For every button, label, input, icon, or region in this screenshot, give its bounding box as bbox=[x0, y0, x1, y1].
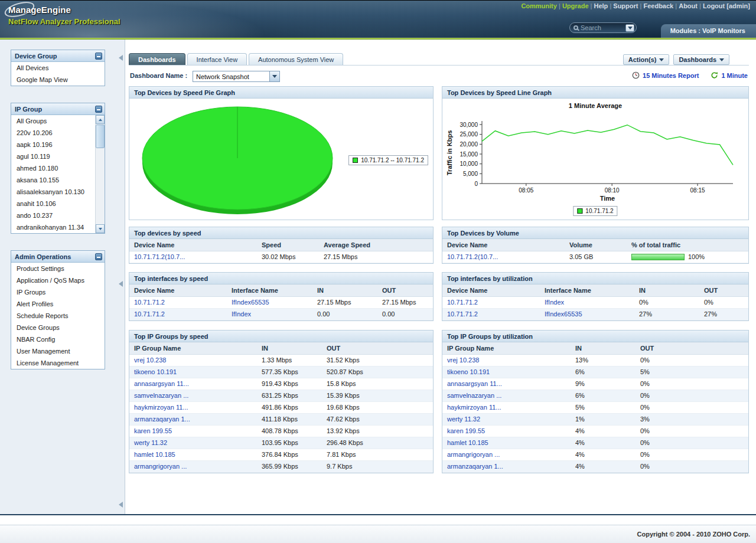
ip-group-scrollbar[interactable] bbox=[95, 115, 105, 233]
actions-button[interactable]: Action(s) bbox=[623, 54, 670, 65]
table-row: 10.71.71.2IfIndex0%0% bbox=[442, 296, 748, 308]
minimize-panel-button[interactable] bbox=[95, 53, 102, 60]
tab-dashboards[interactable]: Dashboards bbox=[129, 53, 185, 66]
search-input[interactable] bbox=[581, 24, 623, 31]
table-cell-link[interactable]: haykmirzoyan 11... bbox=[134, 404, 188, 411]
table-cell-link[interactable]: 10.71.71.2(10.7... bbox=[134, 253, 185, 260]
sidebar-item-ip-group[interactable]: aapk 10.196 bbox=[11, 139, 95, 151]
sidebar-item-admin[interactable]: IP Groups bbox=[11, 286, 105, 298]
device-link[interactable]: 10.71.71.2(10.7... bbox=[447, 253, 498, 260]
feedback-link[interactable]: Feedback bbox=[643, 2, 679, 9]
modules-selector[interactable]: Modules : VoIP Monitors bbox=[661, 24, 756, 38]
scroll-up-button[interactable] bbox=[96, 115, 105, 124]
table-cell-link[interactable]: annasargsyan 11... bbox=[134, 380, 189, 387]
search-scope-dropdown[interactable] bbox=[625, 24, 634, 32]
table-cell-link[interactable]: 10.71.71.2 bbox=[447, 310, 478, 318]
minimize-panel-button[interactable] bbox=[95, 253, 102, 260]
sidebar-item-ip-group[interactable]: agul 10.119 bbox=[11, 151, 95, 162]
table-cell-link[interactable]: 10.71.71.2 bbox=[134, 310, 165, 318]
support-link[interactable]: Support bbox=[613, 2, 643, 9]
sidebar-item-admin[interactable]: Alert Profiles bbox=[11, 298, 105, 310]
select-arrow-button[interactable] bbox=[269, 71, 279, 81]
scrollbar-thumb[interactable] bbox=[96, 125, 105, 148]
tab-interface-view[interactable]: Interface View bbox=[187, 53, 247, 66]
report-links: 15 Minutes Report 1 Minute bbox=[632, 71, 748, 79]
sidebar-item-ip-group[interactable]: 220v 10.206 bbox=[11, 127, 95, 139]
sidebar-item-admin[interactable]: Device Groups bbox=[11, 322, 105, 333]
column-header: IP Group Name bbox=[442, 342, 571, 354]
table-cell-link[interactable]: werty 11.32 bbox=[134, 439, 167, 446]
main-tabs: Dashboards Interface View Autonomous Sys… bbox=[129, 53, 343, 66]
column-header: Average Speed bbox=[319, 239, 433, 251]
panel-title: Top IP Groups by speed bbox=[129, 331, 433, 342]
table-row: vrej 10.2381.33 Mbps31.52 Kbps bbox=[129, 354, 433, 366]
table-row: armangrigoryan ...365.99 Kbps9.7 Kbps bbox=[129, 460, 433, 472]
sidebar-item-admin[interactable]: NBAR Config bbox=[11, 333, 105, 345]
column-header: Device Name bbox=[442, 239, 565, 251]
table-cell-link[interactable]: hamlet 10.185 bbox=[447, 439, 488, 446]
column-header: Interface Name bbox=[227, 284, 312, 296]
pie-legend: 10.71.71.2 -- 10.71.71.2 bbox=[348, 155, 428, 165]
column-header: OUT bbox=[377, 284, 433, 296]
collapse-sidebar-arrow[interactable] bbox=[119, 502, 123, 508]
tab-autonomous-system-view[interactable]: Autonomous System View bbox=[249, 53, 343, 66]
sidebar-item-ip-group[interactable]: aksana 10.155 bbox=[11, 174, 95, 186]
table-cell-link[interactable]: samvelnazaryan ... bbox=[134, 392, 188, 399]
table-cell-link[interactable]: armanzaqaryan 1... bbox=[447, 463, 503, 470]
sidebar-item-device-group[interactable]: Google Map View bbox=[11, 74, 105, 86]
sidebar-item-admin[interactable]: Application / QoS Maps bbox=[11, 274, 105, 286]
table-cell-link[interactable]: 10.71.71.2 bbox=[134, 299, 165, 306]
table-cell-link[interactable]: IfIndex bbox=[545, 299, 564, 306]
selected-dashboard: Network Snapshot bbox=[193, 73, 269, 80]
collapse-sidebar-arrow[interactable] bbox=[119, 55, 123, 61]
table-cell-link[interactable]: IfIndex65535 bbox=[232, 299, 269, 306]
panel-title: Top interfaces by speed bbox=[129, 273, 433, 284]
collapse-sidebar-arrow[interactable] bbox=[119, 281, 123, 287]
table-cell-link[interactable]: tikoeno 10.191 bbox=[447, 368, 490, 375]
sidebar-item-admin[interactable]: License Management bbox=[11, 357, 105, 369]
fifteen-minutes-report-link[interactable]: 15 Minutes Report bbox=[643, 72, 699, 79]
panel-title: Top devices by speed bbox=[129, 227, 433, 239]
community-link[interactable]: Community bbox=[521, 2, 562, 9]
table-cell-link[interactable]: armanzaqaryan 1... bbox=[134, 416, 190, 423]
table-cell-link[interactable]: IfIndex bbox=[232, 310, 251, 318]
sidebar-item-device-group[interactable]: All Devices bbox=[11, 62, 105, 74]
top-devices-speed-panel: Top devices by speed Device Name Speed A… bbox=[129, 227, 434, 264]
sidebar-item-ip-group[interactable]: alisaaleksanyan 10.130 bbox=[11, 186, 95, 198]
table-cell-link[interactable]: haykmirzoyan 11... bbox=[447, 404, 501, 411]
sidebar-item-admin[interactable]: User Management bbox=[11, 345, 105, 357]
table-cell-link[interactable]: werty 11.32 bbox=[447, 416, 480, 423]
about-link[interactable]: About bbox=[679, 2, 703, 9]
table-cell-link[interactable]: armangrigoryan ... bbox=[134, 463, 187, 470]
top-devices-speed-table: Device Name Speed Average Speed 10.71.71… bbox=[129, 239, 433, 263]
sidebar-item-ip-group[interactable]: All Groups bbox=[11, 115, 95, 127]
table-cell-link[interactable]: vrej 10.238 bbox=[134, 356, 166, 364]
sidebar-item-admin[interactable]: Schedule Reports bbox=[11, 310, 105, 322]
dashboards-button[interactable]: Dashboards bbox=[673, 54, 729, 65]
dashboard-name-select[interactable]: Network Snapshot bbox=[193, 71, 280, 82]
chevron-down-icon bbox=[628, 27, 633, 30]
legend-swatch bbox=[577, 208, 582, 214]
logout-link[interactable]: Logout [admin] bbox=[703, 2, 750, 9]
table-cell-link[interactable]: annasargsyan 11... bbox=[447, 380, 502, 387]
table-cell-link[interactable]: karen 199.55 bbox=[447, 427, 485, 434]
ip-group-header: IP Group bbox=[11, 103, 105, 115]
table-cell-link[interactable]: vrej 10.238 bbox=[447, 356, 479, 364]
scroll-down-button[interactable] bbox=[96, 224, 105, 233]
sidebar-item-ip-group[interactable]: ahmed 10.180 bbox=[11, 162, 95, 174]
table-cell-link[interactable]: tikoeno 10.191 bbox=[134, 368, 177, 375]
sidebar-item-admin[interactable]: Product Settings bbox=[11, 263, 105, 274]
table-cell-link[interactable]: karen 199.55 bbox=[134, 427, 172, 434]
table-cell-link[interactable]: armangrigoryan ... bbox=[447, 451, 500, 458]
sidebar-item-ip-group[interactable]: andranikohanyan 11.34 bbox=[11, 221, 95, 233]
help-link[interactable]: Help bbox=[594, 2, 613, 9]
table-cell-link[interactable]: hamlet 10.185 bbox=[134, 451, 175, 458]
refresh-interval-link[interactable]: 1 Minute bbox=[721, 72, 748, 79]
sidebar-item-ip-group[interactable]: anahit 10.106 bbox=[11, 198, 95, 210]
minimize-panel-button[interactable] bbox=[95, 106, 102, 113]
sidebar-item-ip-group[interactable]: ando 10.237 bbox=[11, 210, 95, 221]
table-cell-link[interactable]: IfIndex65535 bbox=[545, 310, 582, 318]
table-cell-link[interactable]: 10.71.71.2 bbox=[447, 299, 478, 306]
upgrade-link[interactable]: Upgrade bbox=[562, 2, 594, 9]
table-cell-link[interactable]: samvelnazaryan ... bbox=[447, 392, 501, 399]
